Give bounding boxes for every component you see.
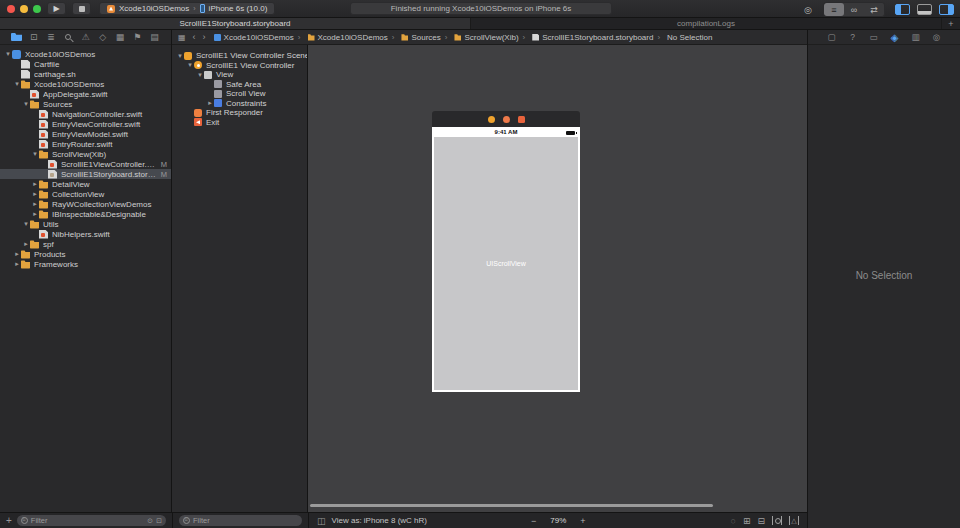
toggle-inspectors-button[interactable] bbox=[939, 4, 954, 15]
disclosure-triangle-icon[interactable] bbox=[31, 180, 39, 188]
file-row[interactable]: carthage.sh bbox=[0, 69, 171, 79]
report-navigator-icon[interactable]: ▤ bbox=[148, 31, 161, 44]
file-row[interactable]: CollectionView bbox=[0, 189, 171, 199]
file-row[interactable]: ScrollView(Xib) bbox=[0, 149, 171, 159]
file-row[interactable]: Cartfile bbox=[0, 59, 171, 69]
disclosure-triangle-icon[interactable] bbox=[13, 80, 21, 88]
scheme-selector[interactable]: Xcode10iOSDemos › iPhone 6s (10.0) bbox=[99, 2, 275, 15]
file-row[interactable]: IBInspectable&Designable bbox=[0, 209, 171, 219]
breadcrumb-item[interactable]: Sources bbox=[388, 33, 441, 42]
file-row[interactable]: RayWCollectionViewDemos bbox=[0, 199, 171, 209]
file-row[interactable]: Sources bbox=[0, 99, 171, 109]
breakpoint-navigator-icon[interactable]: ⚑ bbox=[131, 31, 144, 44]
zoom-in-button[interactable]: + bbox=[580, 516, 585, 526]
zoom-out-button[interactable]: − bbox=[531, 516, 536, 526]
editor-tab[interactable]: ScrollIE1Storyboard.storyboard bbox=[0, 18, 471, 29]
find-navigator-icon[interactable] bbox=[62, 31, 75, 44]
file-inspector-tab[interactable]: ▢ bbox=[826, 31, 838, 43]
disclosure-triangle-icon[interactable] bbox=[31, 200, 39, 208]
back-button[interactable]: ‹ bbox=[193, 32, 196, 42]
breadcrumb-item[interactable]: Xcode10iOSDemos bbox=[214, 33, 294, 42]
disclosure-triangle-icon[interactable] bbox=[13, 260, 21, 268]
file-row[interactable]: ScrollIE1Storyboard.storyboard M bbox=[0, 169, 171, 179]
hide-document-outline-button[interactable]: ◫ bbox=[317, 516, 326, 526]
run-button[interactable]: ▶ bbox=[47, 2, 66, 15]
breadcrumb-item[interactable]: ScrollView(Xib) bbox=[441, 33, 519, 42]
file-row[interactable]: DetailView bbox=[0, 179, 171, 189]
scroll-view-canvas[interactable]: UIScrollView bbox=[434, 137, 578, 390]
disclosure-triangle-icon[interactable] bbox=[4, 50, 12, 58]
file-row[interactable]: EntryViewModel.swift bbox=[0, 129, 171, 139]
minimize-window-button[interactable] bbox=[20, 5, 28, 13]
view-as-button[interactable]: View as: iPhone 8 (wC hR) bbox=[332, 516, 427, 525]
size-inspector-tab[interactable]: ▥ bbox=[910, 31, 922, 43]
toggle-navigator-button[interactable] bbox=[895, 4, 910, 15]
disclosure-triangle-icon[interactable] bbox=[31, 150, 39, 158]
breadcrumb-item[interactable]: ScrollIE1Storyboard.storyboard bbox=[519, 33, 654, 42]
embed-in-stack[interactable] bbox=[743, 515, 751, 526]
file-row[interactable]: spf bbox=[0, 239, 171, 249]
library-button[interactable]: ◎ bbox=[799, 3, 817, 16]
file-row[interactable]: NibHelpers.swift bbox=[0, 229, 171, 239]
update-frames[interactable] bbox=[730, 515, 735, 526]
outline-row[interactable]: First Responder bbox=[172, 108, 307, 118]
issue-navigator-icon[interactable]: ⚠ bbox=[79, 31, 92, 44]
resolve-auto-layout-issues[interactable] bbox=[789, 515, 799, 526]
disclosure-triangle-icon[interactable] bbox=[13, 250, 21, 258]
file-row[interactable]: Frameworks bbox=[0, 259, 171, 269]
connections-inspector-tab[interactable]: ◎ bbox=[931, 31, 943, 43]
disclosure-triangle-icon[interactable] bbox=[22, 240, 30, 248]
disclosure-triangle-icon[interactable] bbox=[176, 52, 184, 60]
file-row[interactable]: Products bbox=[0, 249, 171, 259]
scene-exit-icon[interactable] bbox=[518, 116, 525, 123]
outline-filter-field[interactable]: Filter bbox=[179, 515, 302, 526]
file-row[interactable]: EntryViewController.swift bbox=[0, 119, 171, 129]
outline-row[interactable]: Safe Area bbox=[172, 80, 307, 90]
assistant-editor-button[interactable]: ∞ bbox=[844, 3, 864, 16]
outline-row[interactable]: ScrollIE1 View Controller Scene bbox=[172, 51, 307, 61]
test-navigator-icon[interactable]: ◇ bbox=[96, 31, 109, 44]
navigator-filter-field[interactable]: Filter ⊙ ⊡ bbox=[17, 515, 166, 526]
project-navigator-icon[interactable] bbox=[10, 31, 23, 44]
file-row[interactable]: AppDelegate.swift bbox=[0, 89, 171, 99]
outline-row[interactable]: ScrollIE1 View Controller bbox=[172, 61, 307, 71]
add-tab-button[interactable]: + bbox=[942, 18, 960, 29]
related-items-icon[interactable]: ▦ bbox=[178, 33, 186, 42]
outline-row[interactable]: View bbox=[172, 70, 307, 80]
disclosure-triangle-icon[interactable] bbox=[196, 71, 204, 79]
close-window-button[interactable] bbox=[7, 5, 15, 13]
file-row[interactable]: ScrollIE1ViewController.swift M bbox=[0, 159, 171, 169]
zoom-level[interactable]: 79% bbox=[550, 516, 566, 525]
file-row[interactable]: Utils bbox=[0, 219, 171, 229]
interface-builder-canvas[interactable]: 9:41 AM UIScrollView bbox=[308, 45, 807, 512]
disclosure-triangle-icon[interactable] bbox=[22, 220, 30, 228]
view-controller-scene[interactable]: 9:41 AM UIScrollView bbox=[432, 111, 580, 392]
outline-row[interactable]: Exit bbox=[172, 118, 307, 128]
breadcrumb-item[interactable]: Xcode10iOSDemos bbox=[294, 33, 388, 42]
editor-tab[interactable]: compilationLogs bbox=[471, 18, 942, 29]
quick-help-inspector-tab[interactable]: ? bbox=[847, 31, 859, 43]
file-row[interactable]: EntryRouter.swift bbox=[0, 139, 171, 149]
identity-inspector-tab[interactable]: ▭ bbox=[868, 31, 880, 43]
breadcrumb-item[interactable]: No Selection bbox=[653, 33, 712, 42]
debug-navigator-icon[interactable]: ▦ bbox=[114, 31, 127, 44]
attributes-inspector-tab[interactable]: ◈ bbox=[889, 31, 901, 43]
recent-files-icon[interactable]: ⊙ bbox=[147, 517, 153, 525]
disclosure-triangle-icon[interactable] bbox=[186, 61, 194, 69]
disclosure-triangle-icon[interactable] bbox=[22, 100, 30, 108]
add-file-button[interactable]: + bbox=[6, 515, 12, 526]
file-row[interactable]: Xcode10iOSDemos bbox=[0, 49, 171, 59]
disclosure-triangle-icon[interactable] bbox=[206, 99, 214, 107]
standard-editor-button[interactable]: ≡ bbox=[824, 3, 844, 16]
outline-row[interactable]: Constraints bbox=[172, 99, 307, 109]
disclosure-triangle-icon[interactable] bbox=[31, 210, 39, 218]
source-control-filter-icon[interactable]: ⊡ bbox=[156, 517, 162, 525]
file-row[interactable]: Xcode10iOSDemos bbox=[0, 79, 171, 89]
align[interactable] bbox=[757, 515, 765, 526]
add-new-constraints[interactable] bbox=[772, 515, 782, 526]
zoom-window-button[interactable] bbox=[33, 5, 41, 13]
symbol-navigator-icon[interactable]: ≣ bbox=[45, 31, 58, 44]
file-row[interactable]: NavigationController.swift bbox=[0, 109, 171, 119]
toggle-debug-area-button[interactable] bbox=[917, 4, 932, 15]
outline-row[interactable]: Scroll View bbox=[172, 89, 307, 99]
